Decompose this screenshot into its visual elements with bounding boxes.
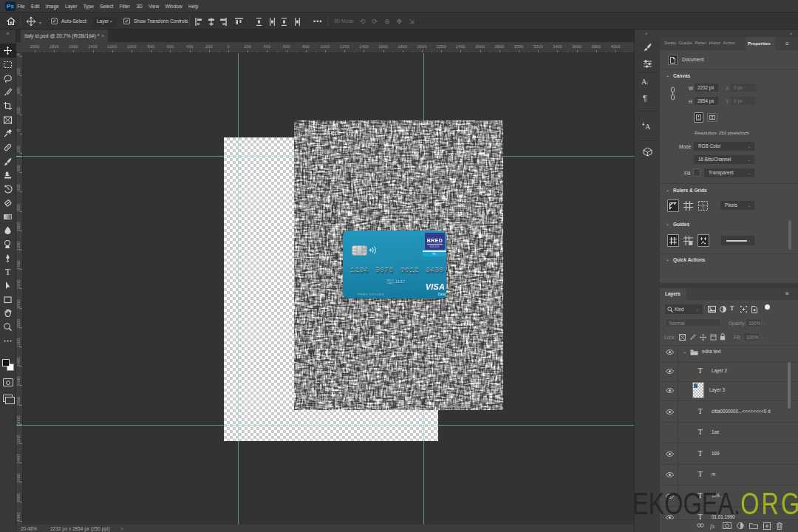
svg-text:T: T [5, 267, 11, 276]
svg-text:fx: fx [710, 522, 715, 530]
